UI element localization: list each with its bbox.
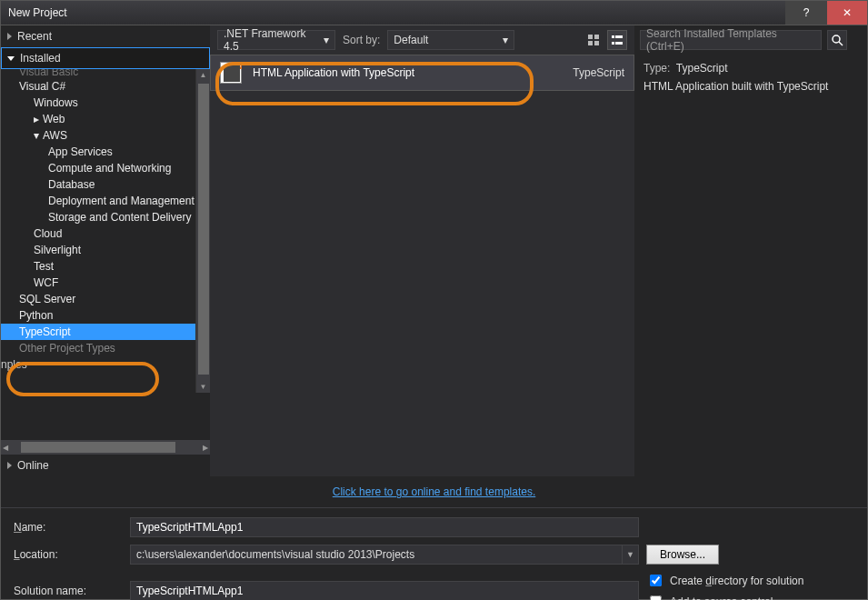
list-view-button[interactable] xyxy=(607,30,627,50)
horizontal-scrollbar[interactable]: ◀ ▶ xyxy=(1,440,210,455)
tree-item-wcf[interactable]: WCF xyxy=(1,275,195,291)
tree-item-aws-compute[interactable]: Compute and Networking xyxy=(1,160,195,176)
type-label: Type: xyxy=(644,62,670,75)
search-input[interactable]: Search Installed Templates (Ctrl+E) xyxy=(640,30,822,50)
sort-select[interactable]: Default ▾ xyxy=(387,30,514,50)
scroll-up-icon: ▲ xyxy=(200,71,207,79)
template-icon: TS xyxy=(220,62,242,84)
sort-value: Default xyxy=(394,34,428,46)
template-list: TS HTML Application with TypeScript Type… xyxy=(210,55,634,476)
dialog-body: Recent Installed Visual Basic Visual C# … xyxy=(0,25,868,600)
svg-rect-0 xyxy=(588,35,593,39)
help-button[interactable]: ? xyxy=(785,1,826,25)
tree-item-test[interactable]: Test xyxy=(1,258,195,275)
close-icon: ✕ xyxy=(843,6,852,19)
location-dropdown[interactable]: ▼ xyxy=(623,545,639,565)
chevron-right-icon: ▸ xyxy=(34,113,39,125)
chevron-down-icon: ▾ xyxy=(324,34,329,46)
online-header[interactable]: Online xyxy=(1,455,210,476)
tree-item-typescript[interactable]: TypeScript xyxy=(1,324,195,340)
window-title: New Project xyxy=(8,6,67,19)
name-label: Name: xyxy=(14,521,123,534)
framework-select[interactable]: .NET Framework 4.5 ▾ xyxy=(217,30,335,50)
svg-rect-1 xyxy=(594,35,599,39)
source-control-label: Add to source control xyxy=(670,595,773,601)
template-row-html-typescript[interactable]: TS HTML Application with TypeScript Type… xyxy=(210,55,634,91)
tree-item-aws-deploy[interactable]: Deployment and Management xyxy=(1,193,195,209)
svg-rect-2 xyxy=(588,41,593,45)
grid-view-button[interactable] xyxy=(584,30,604,50)
go-online-link[interactable]: Click here to go online and find templat… xyxy=(333,485,535,498)
grid-icon xyxy=(587,34,600,46)
scroll-down-icon: ▼ xyxy=(200,383,207,391)
recent-label: Recent xyxy=(17,30,52,43)
source-control-checkbox[interactable] xyxy=(650,595,662,600)
go-online-row: Click here to go online and find templat… xyxy=(1,476,867,507)
titlebar: New Project ? ✕ xyxy=(0,0,868,25)
tree-item-visual-csharp[interactable]: Visual C# xyxy=(1,78,195,95)
scroll-left-icon: ◀ xyxy=(3,444,8,452)
vertical-scrollbar[interactable]: ▲ ▼ xyxy=(195,69,210,393)
svg-line-9 xyxy=(839,42,843,45)
bottom-form: Name: Location: ▼ Browse... Solution nam… xyxy=(1,507,867,600)
scroll-right-icon: ▶ xyxy=(203,444,208,452)
chevron-down-icon: ▾ xyxy=(34,129,39,142)
installed-header[interactable]: Installed xyxy=(1,47,210,69)
create-dir-checkbox[interactable] xyxy=(650,575,662,586)
help-icon: ? xyxy=(803,6,810,19)
chevron-right-icon xyxy=(7,33,12,40)
chevron-right-icon xyxy=(7,462,12,469)
template-description: HTML Application built with TypeScript xyxy=(644,80,843,93)
tree-item-cloud[interactable]: Cloud xyxy=(1,225,195,242)
tree-item-web[interactable]: ▸Web xyxy=(1,111,195,127)
location-input[interactable] xyxy=(130,545,623,565)
middle-panel: .NET Framework 4.5 ▾ Sort by: Default ▾ xyxy=(210,25,634,476)
tree-item[interactable]: nples xyxy=(1,356,195,373)
svg-rect-7 xyxy=(615,42,623,45)
search-placeholder: Search Installed Templates (Ctrl+E) xyxy=(646,27,815,53)
tree-item-aws[interactable]: ▾AWS xyxy=(1,127,195,144)
tree-item-aws-app[interactable]: App Services xyxy=(1,144,195,160)
svg-rect-5 xyxy=(615,35,623,38)
tree-item-aws-storage[interactable]: Storage and Content Delivery xyxy=(1,209,195,225)
template-tree: Visual Basic Visual C# Windows ▸Web ▾AWS… xyxy=(1,69,195,440)
right-panel: Search Installed Templates (Ctrl+E) Type… xyxy=(634,25,853,476)
installed-label: Installed xyxy=(20,52,61,65)
tree-item-other[interactable]: Other Project Types xyxy=(1,340,195,356)
tree-item-python[interactable]: Python xyxy=(1,307,195,324)
left-panel: Recent Installed Visual Basic Visual C# … xyxy=(1,25,210,476)
template-details: Type: TypeScript HTML Application built … xyxy=(634,55,853,105)
sort-by-label: Sort by: xyxy=(343,34,380,46)
tree-item-aws-database[interactable]: Database xyxy=(1,176,195,193)
tree-item-silverlight[interactable]: Silverlight xyxy=(1,242,195,258)
list-icon xyxy=(611,34,624,46)
recent-header[interactable]: Recent xyxy=(1,25,210,47)
template-name: HTML Application with TypeScript xyxy=(253,66,414,79)
framework-value: .NET Framework 4.5 xyxy=(224,27,318,53)
solution-name-input[interactable] xyxy=(130,581,639,600)
name-input[interactable] xyxy=(130,517,639,537)
svg-rect-3 xyxy=(594,41,599,45)
svg-rect-6 xyxy=(612,42,614,45)
solution-name-label: Solution name: xyxy=(14,585,123,597)
search-button[interactable] xyxy=(827,30,847,50)
location-label: Location: xyxy=(14,548,123,561)
tree-item-windows[interactable]: Windows xyxy=(1,95,195,111)
tree-item-sql[interactable]: SQL Server xyxy=(1,291,195,307)
chevron-down-icon: ▼ xyxy=(626,550,634,559)
template-language: TypeScript xyxy=(573,66,624,79)
browse-button[interactable]: Browse... xyxy=(646,545,719,565)
svg-rect-4 xyxy=(612,35,614,38)
tree-item[interactable]: Visual Basic xyxy=(1,69,195,78)
close-button[interactable]: ✕ xyxy=(826,1,867,25)
type-value: TypeScript xyxy=(676,62,728,75)
create-dir-label: Create directory for solution xyxy=(670,575,803,587)
svg-point-8 xyxy=(833,35,840,43)
online-label: Online xyxy=(17,459,49,472)
search-icon xyxy=(831,34,843,46)
scroll-thumb[interactable] xyxy=(198,84,209,375)
chevron-down-icon: ▾ xyxy=(503,34,508,46)
scroll-thumb[interactable] xyxy=(21,442,175,453)
chevron-down-icon xyxy=(7,56,15,61)
middle-toolbar: .NET Framework 4.5 ▾ Sort by: Default ▾ xyxy=(210,25,634,55)
